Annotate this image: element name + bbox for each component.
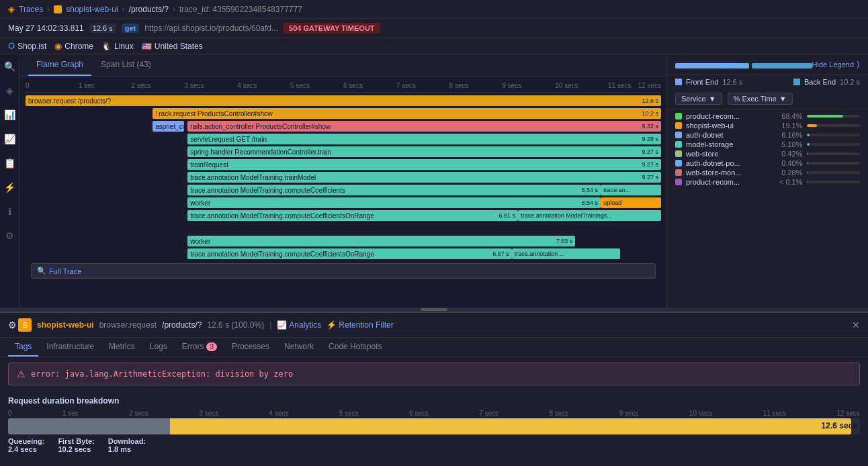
tag-shopist[interactable]: ⬡ Shop.ist	[8, 42, 46, 51]
method-badge: get	[122, 24, 140, 33]
sidebar-icon-search[interactable]: 🔍	[3, 60, 17, 73]
flame-tabs: Flame Graph Span List (43)	[20, 54, 666, 77]
flame-row-10	[26, 223, 661, 235]
bottom-tab-infrastructure[interactable]: Infrastructure	[40, 338, 101, 357]
flame-row-0[interactable]: browser.request /products/? 12.6 s	[26, 95, 661, 107]
tab-flame-graph[interactable]: Flame Graph	[28, 54, 91, 76]
flame-bar-compute-coeff[interactable]: trace.annotation ModelTraining.computeCo…	[187, 185, 601, 195]
breadcrumb-traces[interactable]: Traces	[19, 5, 43, 14]
flame-bar-trainmodel[interactable]: trace.annotation ModelTraining.trainMode…	[187, 172, 661, 183]
flame-bar-aspnet[interactable]: aspnet_cor...	[153, 121, 184, 132]
retention-filter-link[interactable]: ⚡ Retention Filter	[327, 320, 393, 330]
legend-service-name: auth-dotnet	[686, 131, 775, 139]
flame-bar-trainrequest[interactable]: trainRequest 9.27 s	[187, 159, 661, 170]
sidebar-icon-logs[interactable]: 📋	[3, 156, 17, 170]
legend-service-name: web-store-mon...	[686, 169, 775, 177]
legend-percentage: 0.28%	[779, 169, 803, 177]
legend-service-name: shopist-web-ui	[686, 122, 775, 130]
legend-progress-fill	[807, 124, 817, 127]
breakdown-queuing-bar	[8, 418, 170, 434]
legend-percentage: 0.42%	[779, 150, 803, 158]
hide-legend-button[interactable]: Hide Legend	[812, 60, 854, 68]
flame-bar-worker1[interactable]: worker 8.54 s	[187, 197, 601, 208]
legend-item: web-store-mon... 0.28%	[675, 169, 860, 177]
flame-row-11[interactable]: worker 7.83 s	[26, 236, 661, 248]
legend-summary: Front End 12.6 s Back End 10.2 s	[667, 75, 868, 89]
flame-row-8[interactable]: worker 8.54 s upload	[26, 197, 661, 209]
analytics-link[interactable]: 📈 Analytics	[277, 320, 321, 330]
duration-badge: 12.6 s	[89, 24, 116, 33]
flame-row-4[interactable]: spring.handler RecommendationController.…	[26, 146, 661, 158]
service-dropdown[interactable]: Service ▼	[675, 93, 722, 105]
flame-bar-worker2[interactable]: worker 7.83 s	[187, 236, 575, 246]
legend-color-swatch	[675, 132, 682, 138]
flame-row-2[interactable]: aspnet_cor... rails.action_controller Pr…	[26, 121, 661, 133]
status-badge: 504 GATEWAY TIMEOUT	[284, 23, 380, 34]
url-text: https://api.shopist.io/products/60afd...	[144, 24, 278, 33]
flame-row-9[interactable]: trace.annotation ModelTraining.computeCo…	[26, 210, 661, 222]
tab-span-list[interactable]: Span List (43)	[93, 54, 159, 76]
sidebar-icon-info[interactable]: ℹ	[3, 205, 17, 218]
flame-graph-canvas: browser.request /products/? 12.6 s ! rac…	[20, 93, 666, 308]
breakdown-title: Request duration breakdown	[8, 396, 860, 406]
sidebar-icon-nav[interactable]: ◈	[3, 84, 17, 97]
flame-bar-servlet[interactable]: servlet.request GET /train 9.28 s	[187, 134, 661, 144]
filter-icon: ⚡	[327, 320, 337, 330]
tag-us[interactable]: 🇺🇸 United States	[142, 42, 203, 51]
breakdown-download-bar	[170, 418, 851, 434]
flame-bar-compute-range2-extra[interactable]: trace.annotation ...	[512, 248, 620, 259]
close-button[interactable]: ✕	[852, 320, 860, 330]
flame-bar-spring[interactable]: spring.handler RecommendationController.…	[187, 146, 661, 157]
bottom-panel: ⚙ S shopist-web-ui browser.request /prod…	[0, 312, 868, 466]
error-count-badge: 3	[206, 342, 217, 351]
bottom-tab-logs[interactable]: Logs	[143, 338, 174, 357]
exec-time-dropdown[interactable]: % Exec Time ▼	[728, 93, 793, 105]
flame-bar-compute-range1[interactable]: trace.annotation ModelTraining.computeCo…	[187, 210, 518, 221]
bottom-tab-tags[interactable]: Tags	[8, 338, 38, 357]
flame-graph-main: Flame Graph Span List (43) 0 1 sec 2 sec…	[20, 54, 666, 308]
bottom-tab-processes[interactable]: Processes	[225, 338, 276, 357]
tag-linux[interactable]: 🐧 Linux	[101, 42, 134, 51]
flame-row-1[interactable]: ! rack.request ProductsController#show 1…	[26, 108, 661, 120]
legend-service-name: model-storage	[686, 140, 775, 148]
flame-bar-compute-range2[interactable]: trace.annotation ModelTraining.computeCo…	[187, 248, 511, 259]
legend-service-name: auth-dotnet-po...	[686, 159, 775, 167]
bottom-tab-code-hotspots[interactable]: Code Hotspots	[322, 338, 388, 357]
sidebar-icon-trace[interactable]: 📊	[3, 108, 17, 122]
breadcrumb-service[interactable]: shopist-web-ui	[66, 5, 118, 14]
legend-color-swatch	[675, 122, 682, 129]
flame-row-7[interactable]: trace.annotation ModelTraining.computeCo…	[26, 185, 661, 197]
sidebar-icon-settings[interactable]: ⚙	[3, 229, 17, 242]
legend-header: Hide Legend ⟩	[667, 54, 868, 75]
bottom-tab-errors[interactable]: Errors3	[175, 338, 224, 357]
flame-bar-compute-coeff-extra[interactable]: trace.an...	[601, 185, 661, 195]
flame-row-6[interactable]: trace.annotation ModelTraining.trainMode…	[26, 172, 661, 184]
flame-row-3[interactable]: servlet.request GET /train 9.28 s	[26, 134, 661, 146]
tag-chrome[interactable]: ◉ Chrome	[54, 41, 93, 51]
legend-expand-icon[interactable]: ⟩	[857, 60, 860, 69]
legend-percentage: 6.16%	[779, 131, 803, 139]
flame-bar-compute-range1-extra[interactable]: trace.annotation ModelTrainings...	[518, 210, 661, 221]
timestamp: May 27 14:02:33.811	[8, 24, 84, 33]
legend-percentage: < 0.1%	[779, 178, 803, 186]
chevron-down-icon: ▼	[709, 95, 716, 103]
breadcrumb-route: /products/?	[129, 5, 169, 14]
metadata-row: May 27 14:02:33.811 12.6 s get https://a…	[0, 19, 868, 38]
sidebar-icon-metrics[interactable]: 📈	[3, 132, 17, 146]
bottom-tab-metrics[interactable]: Metrics	[102, 338, 142, 357]
legend-percentage: 0.40%	[779, 159, 803, 167]
breadcrumb-trace-id: trace_id: 43559022348548377777	[179, 5, 302, 14]
flame-bar-rails-action[interactable]: rails.action_controller ProductsControll…	[187, 121, 661, 132]
flame-row-5[interactable]: trainRequest 9.27 s	[26, 159, 661, 171]
sidebar-icon-apm[interactable]: ⚡	[3, 181, 17, 194]
timeline-header: 0 1 sec 2 secs 3 secs 4 secs 5 secs 6 se…	[26, 77, 661, 93]
flame-row-12[interactable]: trace.annotation ModelTraining.computeCo…	[26, 248, 661, 261]
bottom-tab-network[interactable]: Network	[277, 338, 320, 357]
left-sidebar: 🔍 ◈ 📊 📈 📋 ⚡ ℹ ⚙	[0, 54, 20, 308]
flame-bar-browser-request[interactable]: browser.request /products/? 12.6 s	[26, 95, 661, 106]
flame-bar-upload[interactable]: upload	[601, 197, 661, 208]
full-trace-button[interactable]: 🔍 Full Trace	[31, 263, 656, 279]
legend-item: auth-dotnet 6.16%	[675, 131, 860, 139]
search-icon: 🔍	[37, 267, 46, 275]
flame-bar-rack-request[interactable]: ! rack.request ProductsController#show 1…	[153, 108, 661, 119]
